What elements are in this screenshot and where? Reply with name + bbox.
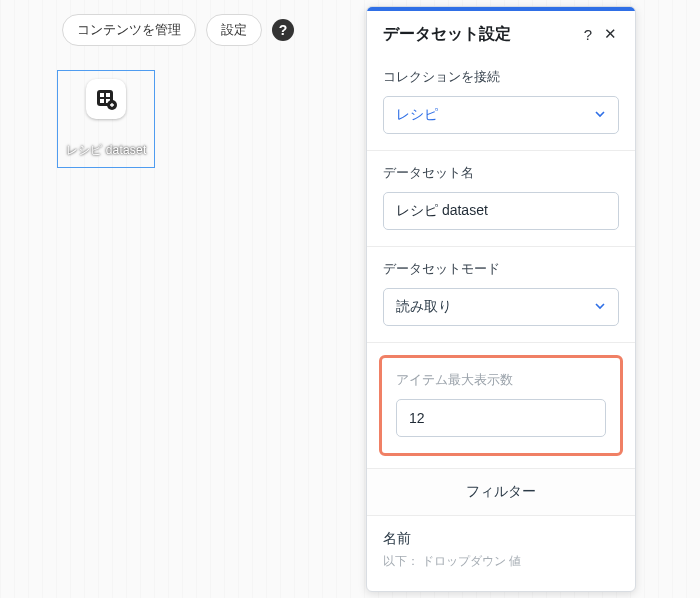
max-items-field[interactable] bbox=[409, 400, 593, 436]
svg-rect-3 bbox=[100, 99, 104, 103]
max-items-highlight: アイテム最大表示数 bbox=[379, 355, 623, 456]
manage-content-button[interactable]: コンテンツを管理 bbox=[62, 14, 196, 46]
max-items-input[interactable] bbox=[396, 399, 606, 437]
dataset-mode-label: データセットモード bbox=[383, 261, 619, 278]
svg-rect-1 bbox=[100, 93, 104, 97]
connect-collection-label: コレクションを接続 bbox=[383, 69, 619, 86]
dataset-mode-value: 読み取り bbox=[396, 298, 452, 316]
dataset-name-label: データセット名 bbox=[383, 165, 619, 182]
filter-name: 名前 bbox=[383, 530, 619, 548]
help-icon[interactable]: ? bbox=[272, 19, 294, 41]
database-grid-icon bbox=[94, 87, 118, 111]
filter-section-header[interactable]: フィルター bbox=[367, 468, 635, 516]
dataset-node-icon bbox=[86, 79, 126, 119]
dataset-node[interactable]: レシピ dataset bbox=[57, 70, 155, 168]
filter-description: 以下： ドロップダウン 値 bbox=[383, 554, 619, 569]
settings-button[interactable]: 設定 bbox=[206, 14, 262, 46]
dataset-mode-select[interactable]: 読み取り bbox=[383, 288, 619, 326]
connect-collection-value: レシピ bbox=[396, 106, 438, 124]
chevron-down-icon bbox=[594, 107, 606, 123]
filter-item[interactable]: 名前 以下： ドロップダウン 値 bbox=[367, 516, 635, 585]
connect-collection-select[interactable]: レシピ bbox=[383, 96, 619, 134]
chevron-down-icon bbox=[594, 299, 606, 315]
dataset-settings-panel: データセット設定 ? ✕ コレクションを接続 レシピ データセット名 データセッ… bbox=[366, 6, 636, 592]
dataset-name-input[interactable] bbox=[383, 192, 619, 230]
panel-title: データセット設定 bbox=[383, 24, 577, 45]
dataset-name-field[interactable] bbox=[396, 193, 606, 229]
max-items-label: アイテム最大表示数 bbox=[396, 372, 606, 389]
svg-rect-2 bbox=[106, 93, 110, 97]
dataset-node-label: レシピ dataset bbox=[58, 142, 154, 159]
close-icon[interactable]: ✕ bbox=[599, 23, 621, 45]
panel-help-icon[interactable]: ? bbox=[577, 23, 599, 45]
